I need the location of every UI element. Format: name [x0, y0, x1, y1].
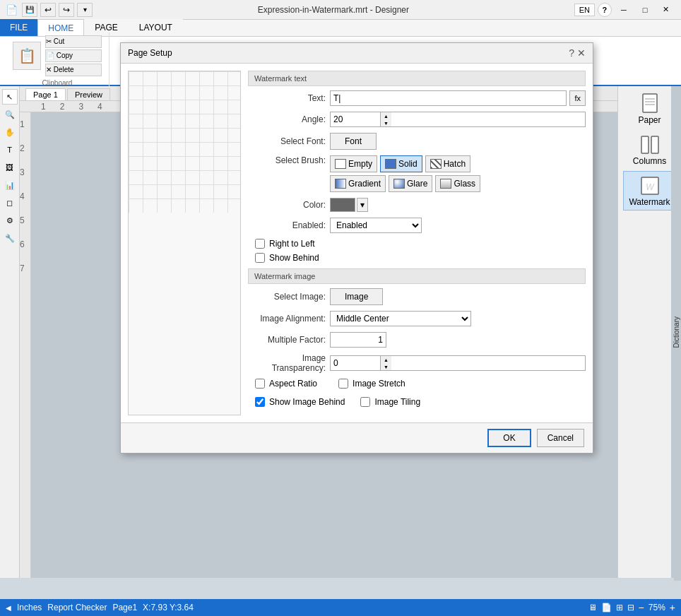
color-label: Color:	[248, 200, 326, 210]
enabled-label: Enabled:	[248, 220, 326, 230]
brush-gradient-label: Gradient	[348, 179, 381, 189]
show-image-behind-label: Show Image Behind	[269, 397, 345, 407]
page-setup-dialog: Page Setup ? ✕ Watermark text Text:	[120, 42, 593, 454]
multiple-factor-label: Multiple Factor:	[248, 335, 326, 345]
right-to-left-label: Right to Left	[269, 239, 315, 249]
dialog-overlay: Page Setup ? ✕ Watermark text Text:	[0, 0, 681, 616]
brush-hatch-label: Hatch	[444, 159, 466, 169]
brush-glass-icon	[440, 179, 451, 189]
dialog-title: Page Setup	[128, 48, 172, 58]
aspect-ratio-label: Aspect Ratio	[269, 379, 317, 389]
angle-down-button[interactable]: ▼	[380, 119, 391, 126]
watermark-text-section: Watermark text	[248, 71, 586, 86]
brush-glare-label: Glare	[407, 179, 427, 189]
brush-glare-button[interactable]: Glare	[389, 175, 432, 192]
select-font-label: Select Font:	[248, 136, 326, 146]
angle-up-button[interactable]: ▲	[380, 112, 391, 119]
enabled-select[interactable]: Enabled Disabled	[330, 218, 422, 233]
show-behind-label: Show Behind	[269, 253, 319, 263]
right-to-left-checkbox[interactable]	[255, 239, 265, 249]
brush-solid-icon	[385, 159, 396, 169]
image-button[interactable]: Image	[330, 288, 383, 305]
brush-empty-icon	[335, 159, 346, 169]
brush-solid-label: Solid	[398, 159, 418, 169]
text-label: Text:	[248, 93, 326, 103]
text-input[interactable]	[330, 90, 567, 106]
dialog-help-button[interactable]: ?	[569, 47, 574, 59]
brush-glare-icon	[393, 179, 405, 189]
color-dropdown-button[interactable]: ▾	[357, 198, 368, 212]
select-brush-label: Select Brush:	[248, 155, 326, 165]
image-alignment-select[interactable]: Middle Center Top Left Top Center Middle…	[330, 311, 471, 326]
cancel-button[interactable]: Cancel	[537, 429, 584, 447]
watermark-image-section: Watermark image	[248, 268, 586, 284]
font-button[interactable]: Font	[330, 133, 377, 150]
angle-spinner[interactable]: ▲ ▼	[330, 112, 586, 127]
angle-label: Angle:	[248, 114, 326, 124]
brush-solid-button[interactable]: Solid	[380, 155, 422, 172]
aspect-ratio-checkbox[interactable]	[255, 379, 265, 389]
image-stretch-checkbox[interactable]	[338, 379, 348, 389]
angle-input[interactable]	[331, 112, 380, 126]
brush-hatch-icon	[430, 159, 442, 169]
image-alignment-label: Image Alignment:	[248, 314, 326, 324]
dialog-preview	[128, 71, 241, 415]
fx-button[interactable]: fx	[569, 90, 586, 106]
transparency-up-button[interactable]: ▲	[380, 356, 391, 363]
brush-glass-label: Glass	[454, 179, 475, 189]
transparency-spinner[interactable]: ▲ ▼	[330, 355, 586, 371]
image-tiling-checkbox[interactable]	[360, 397, 370, 407]
brush-gradient-button[interactable]: Gradient	[330, 175, 386, 192]
image-stretch-label: Image Stretch	[353, 379, 405, 389]
show-behind-checkbox[interactable]	[255, 253, 265, 263]
image-tiling-label: Image Tiling	[374, 397, 420, 407]
ok-button[interactable]: OK	[487, 429, 531, 447]
image-transparency-label: Image Transparency:	[248, 353, 326, 373]
multiple-factor-input[interactable]	[330, 332, 386, 348]
select-image-label: Select Image:	[248, 292, 326, 302]
dialog-close-button[interactable]: ✕	[577, 47, 586, 59]
transparency-input[interactable]	[331, 356, 380, 370]
brush-hatch-button[interactable]: Hatch	[425, 155, 470, 172]
color-picker[interactable]	[330, 198, 355, 212]
transparency-down-button[interactable]: ▼	[380, 363, 391, 370]
brush-empty-button[interactable]: Empty	[330, 155, 377, 172]
brush-empty-label: Empty	[348, 159, 372, 169]
brush-gradient-icon	[335, 179, 346, 189]
brush-glass-button[interactable]: Glass	[435, 175, 480, 192]
show-image-behind-checkbox[interactable]	[255, 397, 265, 407]
